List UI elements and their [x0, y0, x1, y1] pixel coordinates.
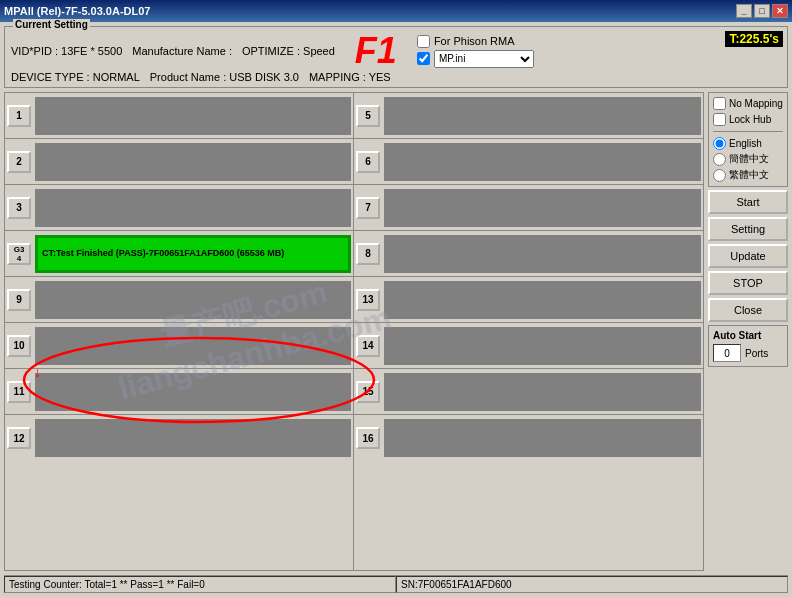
- setting-button[interactable]: Setting: [708, 217, 788, 241]
- auto-start-row: Ports: [713, 344, 783, 362]
- slot-display-12: [35, 419, 351, 457]
- slot-button-g34[interactable]: G34: [7, 243, 31, 265]
- ini-file-row: MP.ini: [417, 50, 534, 68]
- title-bar-controls: _ □ ✕: [736, 4, 788, 18]
- timer-display: T:225.5's: [725, 31, 783, 47]
- phison-rma-checkbox[interactable]: [417, 35, 430, 48]
- radio-english-input[interactable]: [713, 137, 726, 150]
- slot-item-13: 13: [354, 277, 703, 323]
- slot-button-5[interactable]: 5: [356, 105, 380, 127]
- ports-input[interactable]: [713, 344, 741, 362]
- slot-display-8: [384, 235, 701, 273]
- manufacture-name-label: Manufacture Name :: [132, 45, 232, 57]
- main-window: Current Setting T:225.5's VID*PID : 13FE…: [0, 22, 792, 597]
- serial-status: SN:7F00651FA1AFD600: [396, 576, 788, 593]
- slot-button-12[interactable]: 12: [7, 427, 31, 449]
- right-panel: No Mapping Lock Hub English 簡體中文: [708, 92, 788, 571]
- slot-display-g34: CT:Test Finished (PASS)-7F00651FA1AFD600…: [35, 235, 351, 273]
- slot-display-13: [384, 281, 701, 319]
- vid-pid-label: VID*PID : 13FE * 5500: [11, 45, 122, 57]
- language-radio-group: English 簡體中文 繁體中文: [713, 137, 783, 182]
- slot-button-6[interactable]: 6: [356, 151, 380, 173]
- slot-display-1: [35, 97, 351, 135]
- optimize-label: OPTIMIZE : Speed: [242, 45, 335, 57]
- phison-rma-row: For Phison RMA: [417, 35, 534, 48]
- slot-button-9[interactable]: 9: [7, 289, 31, 311]
- start-button[interactable]: Start: [708, 190, 788, 214]
- radio-simplified-input[interactable]: [713, 153, 726, 166]
- slot-button-1[interactable]: 1: [7, 105, 31, 127]
- radio-simplified: 簡體中文: [713, 152, 783, 166]
- slot-grid-panel: 量产吧.comliangchanhba.com 1 2: [4, 92, 704, 571]
- slot-display-14: [384, 327, 701, 365]
- slot-item-8: 8: [354, 231, 703, 277]
- slot-button-10[interactable]: 10: [7, 335, 31, 357]
- stop-button[interactable]: STOP: [708, 271, 788, 295]
- minimize-button[interactable]: _: [736, 4, 752, 18]
- slot-column-right: 5 6 7 8: [354, 93, 703, 570]
- slot-item-5: 5: [354, 93, 703, 139]
- status-bar: Testing Counter: Total=1 ** Pass=1 ** Fa…: [4, 575, 788, 593]
- slot-item-11: 11: [5, 369, 353, 415]
- slot-button-14[interactable]: 14: [356, 335, 380, 357]
- slot-display-11: [35, 373, 351, 411]
- phison-rma-label: For Phison RMA: [434, 35, 515, 47]
- mapping-label: MAPPING : YES: [309, 71, 391, 83]
- slot-item-7: 7: [354, 185, 703, 231]
- slot-item-1: 1: [5, 93, 353, 139]
- slot-item-12: 12: [5, 415, 353, 461]
- slot-button-13[interactable]: 13: [356, 289, 380, 311]
- slot-item-10: 10: [5, 323, 353, 369]
- slot-item-2: 2: [5, 139, 353, 185]
- slot-button-16[interactable]: 16: [356, 427, 380, 449]
- slot-item-9: 9: [5, 277, 353, 323]
- slot-button-3[interactable]: 3: [7, 197, 31, 219]
- setting-row-2: DEVICE TYPE : NORMAL Product Name : USB …: [11, 71, 781, 83]
- lock-hub-option: Lock Hub: [713, 113, 783, 126]
- slot-item-3: 3: [5, 185, 353, 231]
- radio-simplified-label: 簡體中文: [729, 152, 769, 166]
- slot-column-left: 1 2 3 G34: [5, 93, 354, 570]
- slot-item-g34: G34 CT:Test Finished (PASS)-7F00651FA1AF…: [5, 231, 353, 277]
- maximize-button[interactable]: □: [754, 4, 770, 18]
- slot-display-7: [384, 189, 701, 227]
- divider-1: [713, 131, 783, 132]
- rma-section: For Phison RMA MP.ini: [417, 35, 534, 68]
- no-mapping-checkbox[interactable]: [713, 97, 726, 110]
- setting-row-1: VID*PID : 13FE * 5500 Manufacture Name :…: [11, 33, 781, 69]
- no-mapping-label: No Mapping: [729, 98, 783, 109]
- counter-status: Testing Counter: Total=1 ** Pass=1 ** Fa…: [4, 576, 396, 593]
- slot-display-16: [384, 419, 701, 457]
- ini-file-checkbox[interactable]: [417, 52, 430, 65]
- product-name-label: Product Name : USB DISK 3.0: [150, 71, 299, 83]
- slot-item-15: 15: [354, 369, 703, 415]
- close-button[interactable]: ✕: [772, 4, 788, 18]
- slot-button-2[interactable]: 2: [7, 151, 31, 173]
- current-setting-legend: Current Setting: [13, 19, 90, 30]
- no-mapping-option: No Mapping: [713, 97, 783, 110]
- auto-start-label: Auto Start: [713, 330, 783, 341]
- auto-start-section: Auto Start Ports: [708, 325, 788, 367]
- slot-button-15[interactable]: 15: [356, 381, 380, 403]
- update-button[interactable]: Update: [708, 244, 788, 268]
- slot-item-14: 14: [354, 323, 703, 369]
- lock-hub-label: Lock Hub: [729, 114, 771, 125]
- slot-display-9: [35, 281, 351, 319]
- slot-display-10: [35, 327, 351, 365]
- radio-traditional-input[interactable]: [713, 169, 726, 182]
- radio-english: English: [713, 137, 783, 150]
- slot-display-15: [384, 373, 701, 411]
- slot-button-11[interactable]: 11: [7, 381, 31, 403]
- f1-label: F1: [355, 33, 397, 69]
- slot-grid: 1 2 3 G34: [4, 92, 704, 571]
- slot-button-8[interactable]: 8: [356, 243, 380, 265]
- slot-button-7[interactable]: 7: [356, 197, 380, 219]
- slot-item-16: 16: [354, 415, 703, 461]
- radio-traditional: 繁體中文: [713, 168, 783, 182]
- close-button-panel[interactable]: Close: [708, 298, 788, 322]
- ini-file-select[interactable]: MP.ini: [434, 50, 534, 68]
- options-panel: No Mapping Lock Hub English 簡體中文: [708, 92, 788, 187]
- slot-item-6: 6: [354, 139, 703, 185]
- lock-hub-checkbox[interactable]: [713, 113, 726, 126]
- slot-display-6: [384, 143, 701, 181]
